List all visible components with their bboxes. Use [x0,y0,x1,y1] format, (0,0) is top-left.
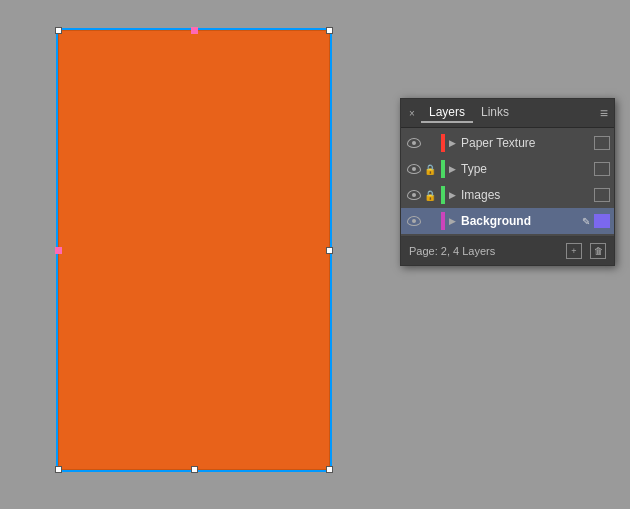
layer-row-images[interactable]: 🔒 ▶ Images [401,182,614,208]
layer-expand-paper-texture[interactable]: ▶ [449,138,461,148]
canvas-area: × Layers Links ≡ ▶ Paper Texture [0,0,630,509]
layer-color-images [441,186,445,204]
layer-lock-images[interactable]: 🔒 [423,188,437,202]
layer-expand-type[interactable]: ▶ [449,164,461,174]
layer-expand-background[interactable]: ▶ [449,216,461,226]
lock-icon-images: 🔒 [424,190,436,201]
delete-layer-button[interactable]: 🗑 [590,243,606,259]
panel-close-button[interactable]: × [407,108,417,118]
footer-icons: + 🗑 [566,243,606,259]
panel-header-tabs: × Layers Links [407,103,517,123]
layer-row-background[interactable]: ▶ Background ✎ [401,208,614,234]
lock-icon-type: 🔒 [424,164,436,175]
layer-color-background [441,212,445,230]
layer-visibility-paper-texture[interactable] [405,134,423,152]
layer-name-images: Images [461,188,594,202]
layer-page-icon-images [594,188,610,202]
layer-visibility-background[interactable] [405,212,423,230]
layer-lock-background [423,214,437,228]
layer-name-paper-texture: Paper Texture [461,136,594,150]
tab-links[interactable]: Links [473,103,517,123]
panel-header: × Layers Links ≡ [401,99,614,128]
layer-expand-images[interactable]: ▶ [449,190,461,200]
layer-edit-pencil-icon: ✎ [578,213,594,229]
layer-row-paper-texture[interactable]: ▶ Paper Texture [401,130,614,156]
layer-lock-paper-texture [423,136,437,150]
layer-name-background: Background [461,214,578,228]
panel-menu-button[interactable]: ≡ [600,105,608,121]
eye-icon [407,138,421,148]
layers-panel: × Layers Links ≡ ▶ Paper Texture [400,98,615,266]
layer-color-type [441,160,445,178]
handle-middle-left[interactable] [55,247,62,254]
handle-top-left[interactable] [55,27,62,34]
layer-color-paper-texture [441,134,445,152]
layer-visibility-type[interactable] [405,160,423,178]
eye-icon-type [407,164,421,174]
panel-footer: Page: 2, 4 Layers + 🗑 [401,236,614,265]
footer-text: Page: 2, 4 Layers [409,245,495,257]
handle-middle-right[interactable] [326,247,333,254]
eye-icon-background [407,216,421,226]
layer-page-icon-type [594,162,610,176]
handle-bottom-right[interactable] [326,466,333,473]
document-page[interactable] [58,30,330,470]
layer-name-type: Type [461,162,594,176]
layer-lock-type[interactable]: 🔒 [423,162,437,176]
layer-row-type[interactable]: 🔒 ▶ Type [401,156,614,182]
tab-layers[interactable]: Layers [421,103,473,123]
layer-page-icon-background [594,214,610,228]
layers-list: ▶ Paper Texture 🔒 ▶ Type [401,128,614,236]
layer-visibility-images[interactable] [405,186,423,204]
eye-icon-images [407,190,421,200]
handle-bottom-middle[interactable] [191,466,198,473]
layer-page-icon-paper-texture [594,136,610,150]
handle-bottom-left[interactable] [55,466,62,473]
handle-top-right[interactable] [326,27,333,34]
handle-top-middle[interactable] [191,27,198,34]
new-layer-button[interactable]: + [566,243,582,259]
